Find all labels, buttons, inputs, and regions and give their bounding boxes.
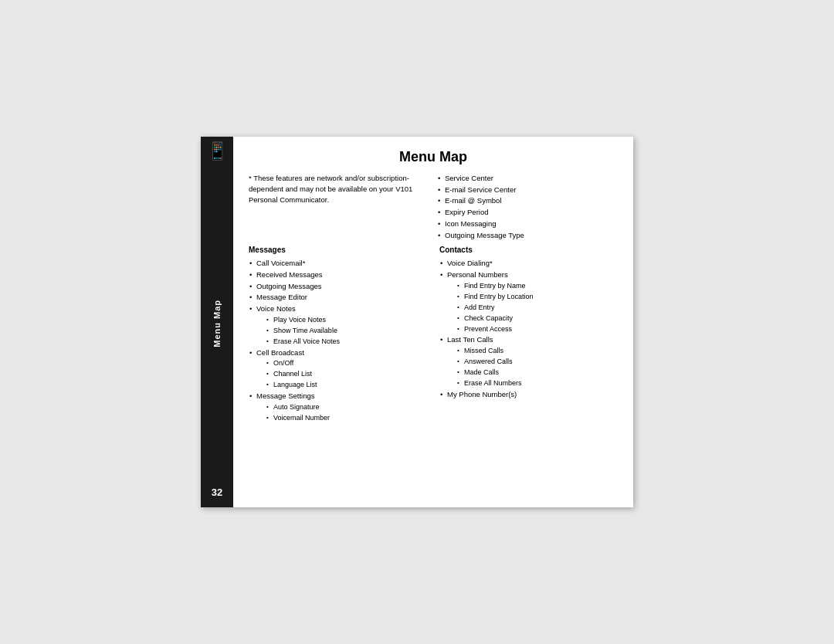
list-item: E-mail Service Center [437, 185, 618, 196]
list-item: Message Settings Auto Signature Voicemai… [249, 391, 427, 424]
list-item: Voice Notes Play Voice Notes Show Time A… [249, 303, 427, 347]
list-item: Channel List [266, 369, 427, 380]
two-column-layout: Messages Call Voicemail* Received Messag… [249, 244, 618, 424]
cell-broadcast-sublist: On/Off Channel List Language List [256, 358, 427, 391]
intro-note: * These features are network and/or subs… [249, 173, 429, 241]
last-ten-calls-sublist: Missed Calls Answered Calls Made Calls E… [447, 346, 618, 389]
list-item: Missed Calls [456, 346, 618, 357]
list-item: Call Voicemail* [249, 258, 427, 269]
voice-notes-sublist: Play Voice Notes Show Time Available Era… [256, 315, 427, 347]
list-item: Voice Dialing* [439, 258, 618, 269]
list-item: Personal Numbers Find Entry by Name Find… [439, 269, 618, 334]
device-icon: 📱 [207, 143, 228, 160]
list-item: Made Calls [456, 368, 618, 378]
page-title: Menu Map [249, 149, 618, 165]
list-item: Find Entry by Name [456, 281, 618, 292]
list-item: Voicemail Number [266, 413, 427, 424]
contacts-header: Contacts [439, 244, 618, 256]
list-item: Check Capacity [456, 314, 618, 324]
list-item: On/Off [266, 358, 427, 369]
list-item: Cell Broadcast On/Off Channel List Langu… [249, 347, 427, 391]
list-item: Show Time Available [266, 326, 427, 337]
personal-numbers-sublist: Find Entry by Name Find Entry by Locatio… [447, 281, 618, 335]
page-container: 📱 Menu Map 32 Menu Map * These features … [201, 137, 633, 507]
list-item: My Phone Number(s) [439, 389, 618, 401]
main-content: Menu Map * These features are network an… [233, 137, 633, 507]
list-item: Add Entry [456, 303, 618, 314]
list-item: Received Messages [249, 269, 427, 281]
list-item: Last Ten Calls Missed Calls Answered Cal… [439, 334, 618, 388]
messages-header: Messages [249, 244, 427, 256]
list-item: Auto Signature [266, 402, 427, 413]
list-item: Erase All Voice Notes [266, 337, 427, 347]
list-item: Language List [266, 380, 427, 391]
sidebar-label: Menu Map [212, 300, 222, 347]
messages-list: Call Voicemail* Received Messages Outgoi… [249, 258, 427, 424]
message-settings-sublist: Auto Signature Voicemail Number [256, 402, 427, 424]
list-item: Service Center [437, 173, 618, 185]
list-item: Erase All Numbers [456, 378, 618, 389]
contacts-column: Contacts Voice Dialing* Personal Numbers… [439, 244, 618, 424]
list-item: Answered Calls [456, 357, 618, 368]
intro-right-list: Service Center E-mail Service Center E-m… [437, 173, 618, 241]
contacts-list: Voice Dialing* Personal Numbers Find Ent… [439, 258, 618, 400]
list-item: Message Editor [249, 292, 427, 303]
list-item: Icon Messaging [437, 219, 618, 230]
messages-column: Messages Call Voicemail* Received Messag… [249, 244, 427, 424]
top-section: * These features are network and/or subs… [249, 173, 618, 241]
sidebar: 📱 Menu Map 32 [201, 137, 233, 507]
list-item: E-mail @ Symbol [437, 195, 618, 207]
list-item: Find Entry by Location [456, 292, 618, 303]
list-item: Outgoing Message Type [437, 230, 618, 242]
page-number: 32 [212, 486, 222, 498]
list-item: Expiry Period [437, 207, 618, 219]
intro-right-items: Service Center E-mail Service Center E-m… [437, 173, 618, 241]
list-item: Outgoing Messages [249, 281, 427, 293]
list-item: Prevent Access [456, 324, 618, 335]
list-item: Play Voice Notes [266, 315, 427, 326]
